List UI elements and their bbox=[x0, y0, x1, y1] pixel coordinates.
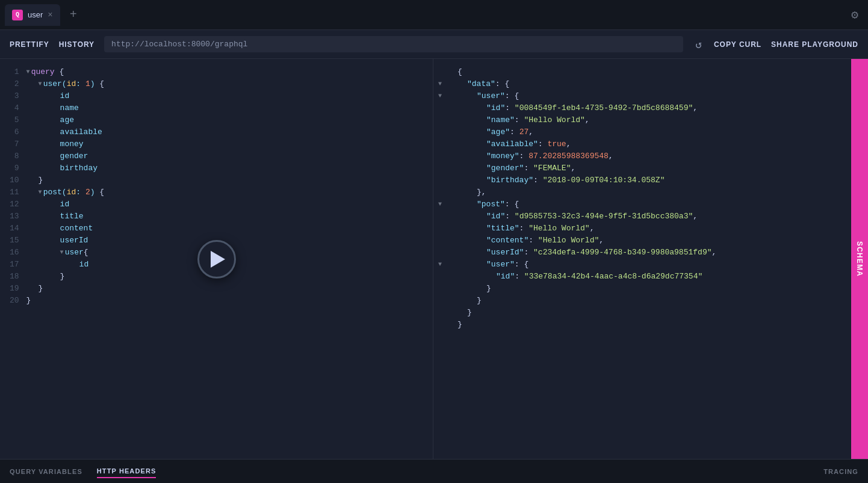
code-line: ▼ user(id: 1) { bbox=[26, 78, 423, 90]
result-line: "id": "0084549f-1eb4-4735-9492-7bd5c8688… bbox=[457, 102, 842, 114]
code-line: } bbox=[26, 283, 423, 295]
result-line: "post": { bbox=[457, 198, 842, 211]
new-tab-button[interactable]: + bbox=[65, 5, 82, 24]
code-line: available bbox=[26, 126, 423, 138]
result-line: "gender": "FEMALE", bbox=[457, 162, 842, 174]
result-line: "user": { bbox=[457, 90, 842, 102]
result-line: } bbox=[457, 283, 842, 295]
result-line: "data": { bbox=[457, 78, 842, 90]
prettify-button[interactable]: PRETTIFY bbox=[10, 38, 49, 51]
result-line: } bbox=[457, 319, 842, 331]
result-line: "name": "Hello World", bbox=[457, 114, 842, 126]
result-line: "birthday": "2018-09-09T04:10:34.058Z" bbox=[457, 174, 842, 186]
result-line: "id": "d9585753-32c3-494e-9f5f-31d5bcc38… bbox=[457, 211, 842, 223]
result-line: "available": true, bbox=[457, 138, 842, 150]
toggle-arrow[interactable]: ▼ bbox=[438, 90, 445, 102]
code-line: } bbox=[26, 295, 423, 307]
tab-bar: Q user × + ⚙ bbox=[0, 0, 868, 30]
play-triangle-icon bbox=[211, 251, 225, 268]
code-line: content bbox=[26, 223, 423, 235]
code-line: ▼ post(id: 2) { bbox=[26, 186, 423, 198]
http-headers-tab[interactable]: HTTP HEADERS bbox=[97, 465, 157, 478]
tab-close-button[interactable]: × bbox=[48, 11, 52, 19]
tracing-button[interactable]: TRACING bbox=[823, 468, 858, 475]
result-line: "userId": "c234defa-4999-4768-b349-9980a… bbox=[457, 247, 842, 259]
code-line: gender bbox=[26, 150, 423, 162]
result-line: }, bbox=[457, 186, 842, 198]
copy-curl-button[interactable]: COPY CURL bbox=[714, 38, 761, 51]
play-button-container bbox=[197, 240, 236, 278]
code-line: name bbox=[26, 102, 423, 114]
code-line: ▼ query { bbox=[26, 66, 423, 78]
toggle-arrow[interactable]: ▼ bbox=[438, 78, 445, 90]
keyword-query: query bbox=[31, 66, 55, 78]
code-line: } bbox=[26, 174, 423, 186]
toggle-arrow[interactable]: ▼ bbox=[26, 66, 30, 78]
result-line: "money": 87.20285988369548, bbox=[457, 150, 842, 162]
line-numbers: 12345 678910 1112131415 1617181920 bbox=[0, 66, 26, 452]
result-line: } bbox=[457, 295, 842, 307]
result-line: { bbox=[457, 66, 842, 78]
result-line: "age": 27, bbox=[457, 126, 842, 138]
toggle-arrow[interactable]: ▼ bbox=[438, 198, 445, 211]
field-user: user bbox=[43, 78, 62, 90]
tab-user[interactable]: Q user × bbox=[5, 4, 60, 26]
result-arrows: ▼ ▼ ▼ ▼ bbox=[433, 66, 448, 452]
code-line: id bbox=[26, 90, 423, 102]
share-playground-button[interactable]: SHARE PLAYGROUND bbox=[771, 38, 858, 51]
toggle-arrow[interactable]: ▼ bbox=[39, 78, 42, 90]
query-variables-tab[interactable]: QUERY VARIABLES bbox=[10, 466, 82, 478]
code-line: money bbox=[26, 138, 423, 150]
code-line: age bbox=[26, 114, 423, 126]
result-line: "content": "Hello World", bbox=[457, 235, 842, 247]
result-panel: ▼ ▼ ▼ ▼ { "data": { " bbox=[433, 59, 851, 459]
result-line: "user": { bbox=[457, 259, 842, 271]
result-code: { "data": { "user": { "id": "0084549f-1e… bbox=[448, 66, 851, 452]
history-button[interactable]: HISTORY bbox=[59, 38, 95, 51]
toggle-arrow[interactable]: ▼ bbox=[60, 247, 64, 259]
url-input[interactable] bbox=[104, 36, 683, 52]
result-line: "id": "33e78a34-42b4-4aac-a4c8-d6a29dc77… bbox=[457, 271, 842, 283]
toolbar: PRETTIFY HISTORY ↺ COPY CURL SHARE PLAYG… bbox=[0, 30, 868, 59]
execute-query-button[interactable] bbox=[197, 240, 236, 278]
settings-icon[interactable]: ⚙ bbox=[846, 5, 863, 25]
toggle-arrow[interactable]: ▼ bbox=[39, 186, 42, 198]
result-line: } bbox=[457, 307, 842, 319]
main-area: 12345 678910 1112131415 1617181920 ▼ que… bbox=[0, 59, 868, 459]
tab-icon: Q bbox=[12, 10, 23, 20]
schema-button[interactable]: SCHEMA bbox=[851, 59, 868, 459]
code-line: birthday bbox=[26, 162, 423, 174]
bottom-bar: QUERY VARIABLES HTTP HEADERS TRACING bbox=[0, 459, 868, 483]
tab-label: user bbox=[28, 10, 43, 19]
code-line: id bbox=[26, 198, 423, 211]
refresh-icon[interactable]: ↺ bbox=[693, 35, 704, 54]
code-line: title bbox=[26, 211, 423, 223]
toggle-arrow[interactable]: ▼ bbox=[438, 259, 445, 271]
editor-panel: 12345 678910 1112131415 1617181920 ▼ que… bbox=[0, 59, 433, 459]
result-line: "title": "Hello World", bbox=[457, 223, 842, 235]
